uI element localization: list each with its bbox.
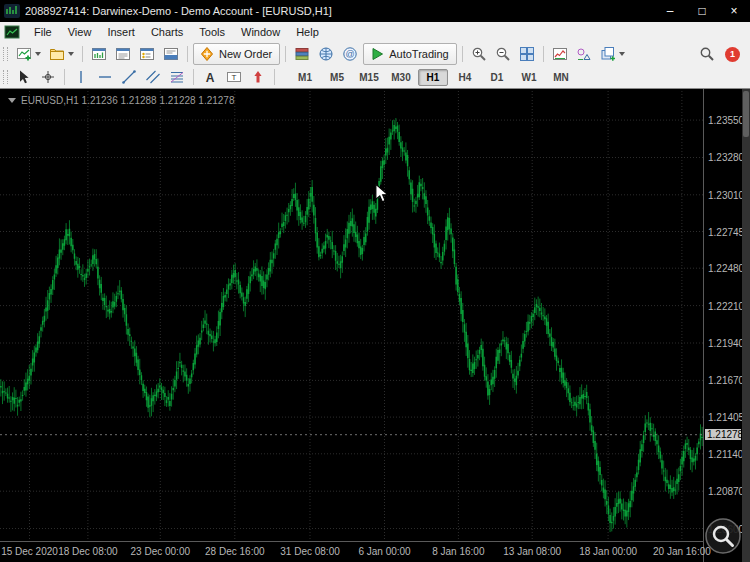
- search-button[interactable]: [696, 43, 718, 65]
- autotrading-button[interactable]: AutoTrading: [363, 43, 457, 65]
- templates-icon: [600, 46, 616, 62]
- data-window-button[interactable]: [112, 43, 134, 65]
- chart-area: EURUSD,H1 1.21236 1.21288 1.21228 1.2127…: [0, 88, 750, 562]
- timeframe-h4[interactable]: H4: [450, 69, 480, 86]
- menu-item-tools[interactable]: Tools: [191, 24, 233, 40]
- cursor-button[interactable]: [13, 66, 35, 88]
- fibonacci-icon: [169, 69, 185, 85]
- time-axis: 15 Dec 202018 Dec 08:0023 Dec 00:0028 De…: [0, 541, 703, 562]
- timeframe-m15[interactable]: M15: [354, 69, 384, 86]
- fibonacci-button[interactable]: [166, 66, 188, 88]
- indicators-icon: [552, 46, 568, 62]
- trendline-button[interactable]: [118, 66, 140, 88]
- timeframe-d1[interactable]: D1: [482, 69, 512, 86]
- time-axis-label: 13 Jan 08:00: [503, 546, 561, 557]
- svg-text:A: A: [206, 71, 215, 85]
- window-controls: – □ ×: [654, 0, 750, 22]
- community-at-button[interactable]: @: [339, 43, 361, 65]
- new-chart-button[interactable]: [13, 43, 44, 65]
- price-axis-label: 1.23010: [708, 190, 744, 201]
- dropdown-caret-icon[interactable]: [68, 52, 74, 56]
- toolbar-separator: [274, 69, 275, 85]
- market-books-button[interactable]: [291, 43, 313, 65]
- timeframe-h1[interactable]: H1: [418, 69, 448, 86]
- zoom-in-icon: [471, 46, 487, 62]
- objects-list-button[interactable]: [573, 43, 595, 65]
- maximize-button[interactable]: □: [686, 0, 718, 22]
- menu-item-insert[interactable]: Insert: [99, 24, 143, 40]
- timeframe-m30[interactable]: M30: [386, 69, 416, 86]
- menu-item-charts[interactable]: Charts: [143, 24, 191, 40]
- autotrading-icon: [369, 46, 385, 62]
- main-toolbar: New Order@AutoTrading1: [0, 42, 750, 67]
- crosshair-button[interactable]: [37, 66, 59, 88]
- new-order-button[interactable]: New Order: [193, 43, 280, 65]
- toolbar-grip[interactable]: [3, 70, 8, 84]
- time-axis-label: 28 Dec 16:00: [205, 546, 265, 557]
- toolbar-separator: [82, 46, 83, 62]
- dropdown-caret-icon[interactable]: [619, 52, 625, 56]
- price-axis-label: 1.23280: [708, 152, 744, 163]
- dropdown-caret-icon[interactable]: [35, 52, 41, 56]
- channel-button[interactable]: [142, 66, 164, 88]
- new-order-icon: [199, 46, 215, 62]
- tile-windows-button[interactable]: [516, 43, 538, 65]
- plot-area[interactable]: [0, 91, 703, 541]
- menu-item-window[interactable]: Window: [233, 24, 288, 40]
- templates-button[interactable]: [597, 43, 628, 65]
- price-axis-label: 1.23550: [708, 115, 744, 126]
- chart-profiles-button[interactable]: [46, 43, 77, 65]
- navigator-icon: [139, 46, 155, 62]
- arrows-button[interactable]: [247, 66, 269, 88]
- terminal-icon: [163, 46, 179, 62]
- price-axis-label: 1.21405: [708, 412, 744, 423]
- menu-item-view[interactable]: View: [60, 24, 100, 40]
- price-axis-label: 1.22745: [708, 227, 744, 238]
- chart-ohlc-text: EURUSD,H1 1.21236 1.21288 1.21228 1.2127…: [21, 95, 235, 106]
- menu-item-file[interactable]: File: [26, 24, 60, 40]
- window-title: 2088927414: Darwinex-Demo - Demo Account…: [25, 5, 654, 17]
- zoom-in-button[interactable]: [468, 43, 490, 65]
- magnifier-icon[interactable]: [703, 516, 743, 560]
- scrollbar-thumb[interactable]: [743, 91, 749, 137]
- time-axis-label: 6 Jan 00:00: [358, 546, 410, 557]
- horizontal-line-button[interactable]: [94, 66, 116, 88]
- indicators-button[interactable]: [549, 43, 571, 65]
- vertical-scrollbar[interactable]: [742, 89, 750, 562]
- toolbar-separator: [193, 69, 194, 85]
- signals-globe-button[interactable]: [315, 43, 337, 65]
- arrows-icon: [250, 69, 266, 85]
- menu-item-help[interactable]: Help: [288, 24, 327, 40]
- toolbar-grip[interactable]: [3, 47, 8, 61]
- price-axis-label: 1.21670: [708, 375, 744, 386]
- chart-menu-icon[interactable]: [4, 25, 20, 39]
- chart-expander-icon[interactable]: [8, 98, 16, 103]
- close-button[interactable]: ×: [718, 0, 750, 22]
- timeframe-w1[interactable]: W1: [514, 69, 544, 86]
- zoom-out-button[interactable]: [492, 43, 514, 65]
- mouse-cursor-icon: [374, 183, 390, 209]
- timeframe-m1[interactable]: M1: [290, 69, 320, 86]
- timeframe-mn[interactable]: MN: [546, 69, 576, 86]
- price-axis-label: 1.20870: [708, 486, 744, 497]
- terminal-button[interactable]: [160, 43, 182, 65]
- vertical-line-button[interactable]: [70, 66, 92, 88]
- timeframe-m5[interactable]: M5: [322, 69, 352, 86]
- text-button[interactable]: A: [199, 66, 221, 88]
- notifications-button[interactable]: 1: [720, 43, 749, 65]
- data-window-icon: [115, 46, 131, 62]
- navigator-button[interactable]: [136, 43, 158, 65]
- metatrader-window: 2088927414: Darwinex-Demo - Demo Account…: [0, 0, 750, 562]
- time-axis-label: 18 Dec 08:00: [58, 546, 118, 557]
- notification-badge[interactable]: 1: [725, 47, 740, 62]
- market-watch-button[interactable]: [88, 43, 110, 65]
- minimize-button[interactable]: –: [654, 0, 686, 22]
- autotrading-label: AutoTrading: [389, 48, 449, 60]
- community-at-icon: @: [342, 46, 358, 62]
- menu-bar: File View Insert Charts Tools Window Hel…: [0, 22, 750, 43]
- vertical-line-icon: [73, 69, 89, 85]
- trendline-icon: [121, 69, 137, 85]
- text-label-button[interactable]: T: [223, 66, 245, 88]
- signals-globe-icon: [318, 46, 334, 62]
- search-icon: [699, 46, 715, 62]
